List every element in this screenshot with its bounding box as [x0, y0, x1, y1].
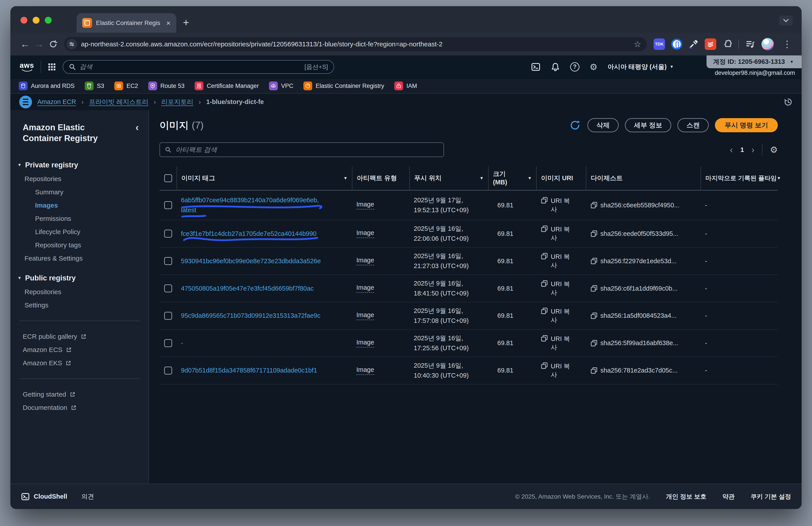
aws-logo[interactable]: aws	[20, 61, 34, 72]
image-tag-link[interactable]: fce3f1e7bf1c4dcb27a1705de7e52ca40144b990	[181, 229, 316, 239]
image-tag-link[interactable]: -	[181, 338, 183, 348]
artifact-type-value[interactable]: Image	[356, 229, 374, 238]
reading-list-icon[interactable]	[745, 39, 755, 49]
session-history-icon[interactable]	[784, 97, 793, 106]
sidebar-section-private-registry[interactable]: ▼ Private registry	[10, 158, 148, 172]
feedback-link[interactable]: 의견	[81, 492, 94, 501]
sidebar-item-public-settings[interactable]: Settings	[10, 299, 148, 312]
sort-icon[interactable]: ▼	[479, 176, 484, 181]
browser-menu-icon[interactable]: ⋮	[780, 40, 794, 49]
header-pushed-at[interactable]: 푸시 위치 ▼	[409, 166, 488, 190]
browser-profile-avatar[interactable]	[762, 38, 774, 51]
sidebar-section-public-registry[interactable]: ▼ Public registry	[10, 271, 148, 285]
reload-button[interactable]	[46, 40, 60, 48]
sidebar-item-features-settings[interactable]: Features & Settings	[10, 252, 148, 265]
sidebar-item-repository-tags[interactable]: Repository tags	[10, 239, 148, 252]
breadcrumb-repositories[interactable]: 리포지토리	[161, 98, 193, 106]
copy-uri-link[interactable]: URI 복사	[551, 362, 574, 379]
copy-icon[interactable]	[590, 201, 598, 209]
macos-close-button[interactable]	[20, 17, 27, 24]
aws-search-bar[interactable]: [옵션+S]	[63, 60, 334, 74]
favorite-ecr[interactable]: Elastic Container Registry	[303, 82, 384, 90]
favorite-vpc[interactable]: VPC	[269, 82, 293, 90]
extensions-puzzle-icon[interactable]	[722, 39, 732, 49]
terms-link[interactable]: 약관	[722, 493, 735, 501]
artifact-search-input[interactable]	[175, 146, 439, 154]
copy-uri-link[interactable]: URI 복사	[551, 225, 574, 242]
sidebar-link-amazon-eks[interactable]: Amazon EKS	[10, 356, 148, 370]
copy-icon[interactable]	[590, 367, 598, 374]
browser-tab[interactable]: Elastic Container Registry - In ×	[76, 13, 176, 33]
favorite-ec2[interactable]: EC2	[114, 82, 138, 90]
back-button[interactable]: ←	[18, 40, 32, 49]
aws-search-input[interactable]	[79, 63, 301, 70]
privacy-link[interactable]: 개인 정보 보호	[666, 493, 707, 501]
side-menu-toggle[interactable]	[19, 96, 32, 109]
copy-icon[interactable]	[590, 312, 598, 319]
forward-button[interactable]: →	[32, 40, 46, 49]
breadcrumb-amazon-ecr[interactable]: Amazon ECR	[37, 98, 76, 105]
previous-page-icon[interactable]: ‹	[730, 145, 733, 154]
notifications-bell-icon[interactable]	[551, 62, 560, 72]
help-icon[interactable]: ?	[570, 62, 579, 72]
copy-uri-link[interactable]: URI 복사	[551, 307, 574, 324]
favorite-aurora-rds[interactable]: Aurora and RDS	[19, 82, 75, 90]
copy-icon[interactable]	[541, 225, 548, 232]
copy-icon[interactable]	[590, 285, 598, 292]
settings-gear-icon[interactable]: ⚙	[590, 62, 597, 71]
sidebar-link-amazon-ecs[interactable]: Amazon ECS	[10, 343, 148, 356]
copy-uri-link[interactable]: URI 복사	[551, 335, 574, 352]
cloudshell-button[interactable]: CloudShell	[21, 492, 67, 501]
artifact-type-value[interactable]: Image	[356, 366, 374, 375]
copy-icon[interactable]	[590, 339, 598, 347]
row-checkbox[interactable]	[164, 284, 172, 293]
artifact-type-value[interactable]: Image	[356, 201, 374, 210]
copy-icon[interactable]	[541, 252, 548, 260]
copy-icon[interactable]	[541, 362, 548, 369]
services-grid-icon[interactable]	[48, 63, 56, 71]
copy-icon[interactable]	[541, 280, 548, 287]
tab-close-icon[interactable]: ×	[166, 19, 171, 27]
copy-icon[interactable]	[541, 307, 548, 315]
row-checkbox[interactable]	[164, 230, 172, 238]
favorite-iam[interactable]: IAM	[394, 82, 417, 90]
copy-icon[interactable]	[590, 230, 598, 237]
sidebar-link-getting-started[interactable]: Getting started	[10, 388, 148, 401]
site-settings-icon[interactable]	[67, 39, 77, 49]
favorite-route53[interactable]: Route 53	[148, 82, 185, 90]
current-page[interactable]: 1	[740, 146, 744, 154]
artifact-type-value[interactable]: Image	[356, 339, 374, 347]
favorite-certificate-manager[interactable]: Certificate Manager	[194, 82, 259, 90]
sort-icon[interactable]: ▼	[343, 176, 348, 181]
view-push-commands-button[interactable]: 푸시 명령 보기	[715, 118, 778, 132]
header-image-tag[interactable]: 이미지 태그 ▼	[176, 166, 352, 190]
url-bar[interactable]: ap-northeast-2.console.aws.amazon.com/ec…	[64, 37, 647, 51]
cloudshell-icon[interactable]	[531, 62, 541, 72]
eyedropper-extension-icon[interactable]	[688, 39, 699, 49]
image-tag-link[interactable]: 475050805a19f05e47e7e3fcf45d6659bf7f80ac	[181, 284, 314, 294]
copy-uri-link[interactable]: URI 복사	[551, 280, 574, 297]
select-all-checkbox[interactable]	[164, 174, 172, 182]
table-preferences-icon[interactable]: ⚙	[770, 145, 778, 154]
artifact-type-value[interactable]: Image	[356, 284, 374, 293]
sidebar-item-images[interactable]: Images	[10, 199, 148, 212]
sidebar-item-repositories[interactable]: Repositories	[10, 172, 148, 185]
image-tag-link[interactable]: 9d07b51d8f15da347858f67171109adade0c1bf1	[181, 366, 317, 375]
sort-icon[interactable]: ▼	[777, 176, 781, 181]
onepassword-extension-icon[interactable]	[671, 39, 682, 50]
sidebar-item-lifecycle-policy[interactable]: Lifecycle Policy	[10, 225, 148, 239]
row-checkbox[interactable]	[164, 339, 172, 347]
macos-minimize-button[interactable]	[33, 17, 40, 24]
sort-icon[interactable]: ▼	[527, 176, 532, 181]
tab-search-button[interactable]	[779, 15, 793, 26]
delete-button[interactable]: 삭제	[588, 118, 619, 132]
image-tag-link[interactable]: 5930941bc96ef0bc99e0e8e723e23dbdda3a526e	[181, 256, 321, 266]
copy-uri-link[interactable]: URI 복사	[551, 197, 574, 214]
row-checkbox[interactable]	[164, 312, 172, 320]
copy-icon[interactable]	[590, 257, 598, 265]
sidebar-item-public-repositories[interactable]: Repositories	[10, 285, 148, 299]
header-size[interactable]: 크기 (MB) ▼	[488, 166, 536, 190]
row-checkbox[interactable]	[164, 257, 172, 265]
artifact-search-box[interactable]	[160, 142, 444, 157]
details-button[interactable]: 세부 정보	[625, 118, 671, 132]
